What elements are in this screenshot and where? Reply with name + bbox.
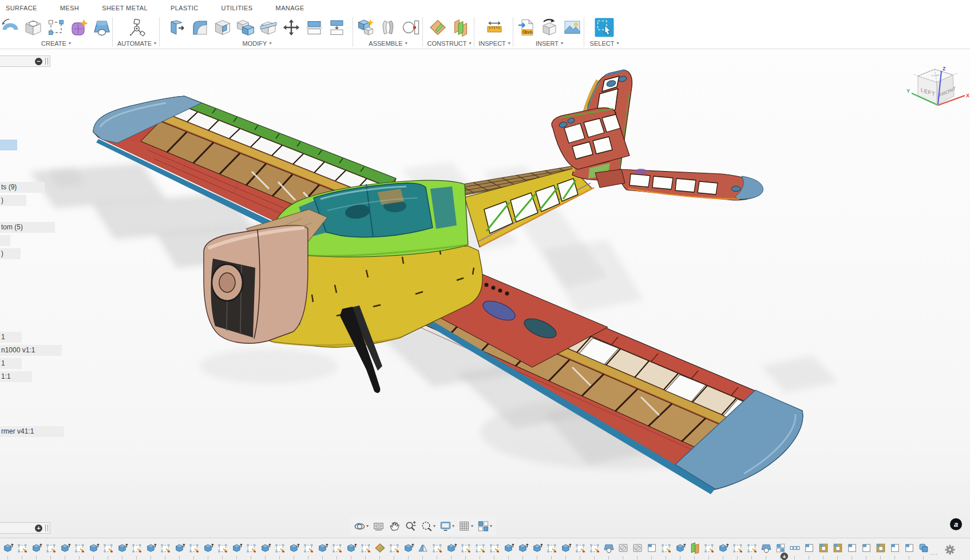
- toolbar-label-select[interactable]: SELECT▾: [590, 39, 619, 47]
- timeline-feature-sketch[interactable]: [331, 542, 343, 554]
- timeline-feature-component-drawing[interactable]: [875, 542, 886, 554]
- timeline-feature-extrude[interactable]: [31, 542, 42, 554]
- replace-face-button[interactable]: [327, 17, 348, 38]
- as-built-joint-button[interactable]: [401, 17, 422, 38]
- create-sketch-button[interactable]: [46, 17, 67, 38]
- timeline-feature-component-drawing[interactable]: [832, 542, 844, 554]
- derive-button[interactable]: [539, 17, 560, 38]
- tab-plastic[interactable]: PLASTIC: [171, 5, 199, 11]
- toolbar-label-construct[interactable]: CONSTRUCT▾: [427, 39, 471, 47]
- timeline-feature-sketch[interactable]: [474, 542, 486, 554]
- combine-button[interactable]: [235, 17, 256, 38]
- timeline-feature-plane2[interactable]: [689, 542, 700, 554]
- toolbar-label-modify[interactable]: MODIFY▾: [243, 39, 272, 47]
- timeline-feature-component-drawing[interactable]: [818, 542, 829, 554]
- browser-tree-item[interactable]: n1000 v1:1: [0, 345, 62, 356]
- nav-pan-button[interactable]: [387, 519, 402, 533]
- canvas-button[interactable]: [562, 17, 583, 38]
- browser-tree-item[interactable]: [0, 235, 10, 246]
- nav-grid-snap-button[interactable]: ▾: [457, 519, 474, 533]
- toolbar-label-inspect[interactable]: INSPECT▾: [478, 39, 510, 47]
- nav-zoom-button[interactable]: [403, 519, 418, 533]
- nav-viewports-button[interactable]: ▾: [476, 519, 493, 533]
- assistant-badge[interactable]: a: [950, 518, 962, 530]
- timeline-feature-sketch[interactable]: [274, 542, 286, 554]
- browser-tree-item[interactable]: 1: [0, 358, 22, 369]
- timeline-feature-sketch[interactable]: [575, 542, 586, 554]
- browser-tree-item[interactable]: ts (9): [0, 182, 45, 193]
- timeline-feature-sketch[interactable]: [17, 542, 28, 554]
- nav-look-at-button[interactable]: [371, 519, 386, 533]
- browser-tree-item[interactable]: tom (5): [0, 222, 55, 233]
- timeline-feature-extrude[interactable]: [517, 542, 529, 554]
- browser-tree-item[interactable]: 1: [0, 332, 22, 343]
- timeline-feature-extrude[interactable]: [60, 542, 71, 554]
- timeline-feature-sketch[interactable]: [589, 542, 600, 554]
- browser-tree-item[interactable]: ): [0, 248, 21, 259]
- tab-utilities[interactable]: UTILITIES: [221, 5, 253, 11]
- offset-plane-button[interactable]: [427, 17, 449, 38]
- timeline-feature-canvas[interactable]: [632, 542, 643, 554]
- timeline-feature-sketch[interactable]: [303, 542, 314, 554]
- timeline-feature-extrude[interactable]: [675, 542, 686, 554]
- midplane-button[interactable]: [450, 17, 472, 38]
- timeline-feature-sketch[interactable]: [732, 542, 743, 554]
- timeline-feature-sketch[interactable]: [489, 542, 500, 554]
- timeline-feature-extrude[interactable]: [260, 542, 271, 554]
- browser-expand-button[interactable]: +: [35, 525, 42, 532]
- browser-resize-grip[interactable]: [45, 58, 48, 65]
- timeline-feature-sketch[interactable]: [102, 542, 114, 554]
- move-copy-button[interactable]: [281, 17, 302, 38]
- toolbar-label-assemble[interactable]: ASSEMBLE▾: [369, 39, 407, 47]
- browser-tree-item[interactable]: rmer v41:1: [0, 426, 64, 437]
- timeline-feature-sketch[interactable]: [131, 542, 142, 554]
- timeline-feature-dots[interactable]: [789, 542, 801, 554]
- revolve-button[interactable]: [0, 17, 21, 38]
- timeline-feature-extrude[interactable]: [174, 542, 185, 554]
- timeline-feature-canvas[interactable]: [617, 542, 629, 554]
- timeline-feature-sketch[interactable]: [360, 542, 371, 554]
- timeline-feature-sketch[interactable]: [546, 542, 557, 554]
- select-button[interactable]: [594, 17, 615, 38]
- timeline-feature-extrude[interactable]: [503, 542, 514, 554]
- timeline-feature-sketch[interactable]: [188, 542, 200, 554]
- timeline-feature-extrude[interactable]: [560, 542, 572, 554]
- tab-surface[interactable]: SURFACE: [6, 5, 37, 11]
- timeline-feature-extrude[interactable]: [288, 542, 300, 554]
- timeline-feature-extrude[interactable]: [403, 542, 414, 554]
- timeline-feature-component[interactable]: [846, 542, 858, 554]
- insert-svg-button[interactable]: SVG: [516, 17, 537, 38]
- timeline-feature-loft[interactable]: [603, 542, 615, 554]
- tab-sheet-metal[interactable]: SHEET METAL: [102, 5, 148, 11]
- browser-resize-grip-bottom[interactable]: [45, 525, 48, 531]
- press-pull-button[interactable]: [167, 17, 188, 38]
- measure-button[interactable]: [484, 17, 505, 38]
- timeline-feature-sketch[interactable]: [703, 542, 715, 554]
- view-cube[interactable]: TOP LEFT FRONT Z X Y: [906, 63, 970, 117]
- timeline-feature-component[interactable]: [904, 542, 915, 554]
- hole-button[interactable]: [23, 17, 44, 38]
- fillet-button[interactable]: [189, 17, 211, 38]
- timeline-feature-sketch[interactable]: [217, 542, 228, 554]
- timeline-feature-plane[interactable]: [374, 542, 386, 554]
- new-component-button[interactable]: [355, 17, 376, 38]
- browser-tree-item[interactable]: ): [0, 195, 26, 206]
- timeline-feature-extrude[interactable]: [203, 542, 214, 554]
- timeline-feature-sketch[interactable]: [74, 542, 85, 554]
- timeline-feature-component[interactable]: [646, 542, 658, 554]
- browser-collapse-button[interactable]: −: [35, 58, 42, 65]
- browser-tree-item[interactable]: 1:1: [0, 371, 32, 382]
- nav-window-zoom-button[interactable]: ▾: [419, 519, 437, 533]
- timeline-feature-sketch[interactable]: [160, 542, 171, 554]
- timeline-feature-sketch[interactable]: [746, 542, 758, 554]
- nav-display-settings-button[interactable]: ▾: [438, 519, 456, 533]
- timeline-feature-component[interactable]: [861, 542, 872, 554]
- browser-tree-item[interactable]: [0, 140, 17, 150]
- timeline-feature-extrude[interactable]: [2, 542, 14, 554]
- automate-script-button[interactable]: [126, 17, 148, 38]
- timeline-feature-extrude[interactable]: [446, 542, 457, 554]
- timeline-feature-extrude[interactable]: [718, 542, 729, 554]
- nav-orbit-button[interactable]: ▾: [353, 519, 370, 533]
- tab-manage[interactable]: MANAGE: [276, 5, 304, 11]
- toolbar-label-automate[interactable]: AUTOMATE▾: [117, 39, 156, 47]
